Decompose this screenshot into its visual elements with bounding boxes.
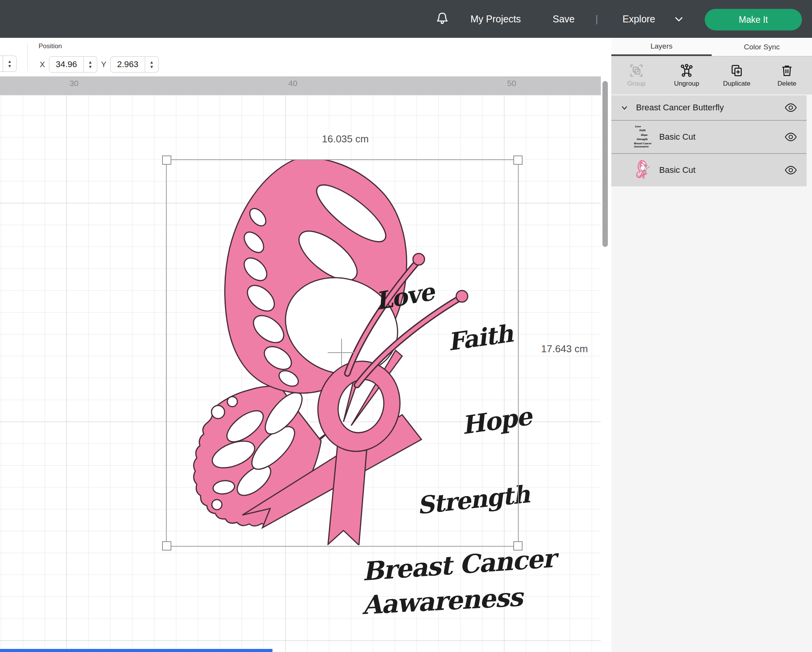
visibility-eye-icon[interactable] (784, 166, 797, 175)
layer-group-title[interactable]: Breast Cancer Butterfly (636, 103, 784, 113)
selection-height-label: 17.643 cm (539, 343, 590, 355)
visibility-eye-icon[interactable] (784, 132, 797, 142)
word-breast-cancer[interactable]: Breast Cancer (361, 543, 556, 587)
tab-layers[interactable]: Layers (611, 38, 712, 56)
layer-label[interactable]: Basic Cut (659, 165, 784, 175)
stepper-arrows-icon[interactable]: ▲▼ (3, 56, 17, 72)
make-it-button[interactable]: Make It (705, 9, 802, 30)
group-icon (629, 64, 643, 78)
nav-save[interactable]: Save (553, 0, 575, 38)
nav-my-projects[interactable]: My Projects (470, 0, 521, 38)
selection-width-label: 16.035 cm (320, 133, 371, 145)
x-position-input[interactable]: 34.96 ▲▼ (49, 56, 97, 73)
vertical-scrollbar[interactable] (602, 81, 608, 247)
layer-group-row[interactable]: Breast Cancer Butterfly (611, 95, 807, 120)
layers-panel: Layers Color Sync Group (611, 38, 812, 652)
horizontal-ruler: 30 40 50 (0, 76, 601, 95)
partial-stepper-control[interactable]: ▲▼ (0, 56, 17, 72)
layer-actions-toolbar: Group Ungroup Duplicate (611, 57, 812, 95)
x-label: X (40, 60, 45, 69)
duplicate-button[interactable]: Duplicate (712, 57, 762, 95)
visibility-eye-icon[interactable] (784, 103, 797, 112)
canvas-scroll-gutter (601, 76, 611, 652)
nav-divider: | (595, 0, 598, 38)
layer-row-butterfly[interactable]: Basic Cut (611, 153, 807, 186)
layer-row-words[interactable]: Love Faith Hope Strength Breast Cancer A… (611, 120, 807, 153)
ruler-mark-30: 30 (69, 79, 78, 88)
bottom-blue-bar (0, 649, 272, 652)
ungroup-icon (680, 64, 694, 78)
ruler-mark-50: 50 (507, 79, 516, 88)
panel-tab-bar: Layers Color Sync (611, 38, 812, 57)
nav-explore[interactable]: Explore (623, 0, 655, 38)
design-canvas[interactable]: Love Faith Hope Strength Breast Cancer A… (0, 95, 601, 652)
x-value: 34.96 (49, 56, 84, 73)
butterfly-thumbnail (634, 158, 653, 182)
toolbar-divider (27, 43, 28, 71)
edit-toolbar: ▲▼ Position X 34.96 ▲▼ Y 2.963 ▲▼ (0, 38, 611, 76)
duplicate-icon (730, 64, 744, 78)
delete-icon (780, 64, 794, 78)
y-value: 2.963 (110, 56, 145, 73)
x-stepper-icon[interactable]: ▲▼ (84, 56, 97, 73)
tab-color-sync[interactable]: Color Sync (712, 38, 812, 56)
chevron-down-icon[interactable] (673, 0, 685, 38)
selection-bounding-box[interactable] (166, 159, 519, 547)
resize-handle-bottom-right[interactable] (513, 541, 523, 551)
chevron-down-icon[interactable] (620, 103, 629, 112)
word-awareness[interactable]: Aawareness (361, 582, 523, 620)
resize-handle-top-right[interactable] (513, 155, 523, 165)
layer-label[interactable]: Basic Cut (659, 132, 784, 142)
layer-list: Breast Cancer Butterfly Love Faith Hope … (611, 95, 807, 186)
delete-button[interactable]: Delete (762, 57, 812, 95)
resize-handle-top-left[interactable] (162, 155, 171, 165)
resize-handle-bottom-left[interactable] (162, 541, 171, 551)
group-button[interactable]: Group (611, 57, 661, 95)
ruler-mark-40: 40 (288, 79, 297, 88)
ungroup-button[interactable]: Ungroup (661, 57, 712, 95)
y-stepper-icon[interactable]: ▲▼ (145, 56, 159, 73)
words-thumbnail: Love Faith Hope Strength Breast Cancer A… (634, 125, 653, 149)
position-label: Position (39, 42, 62, 50)
notification-bell-icon[interactable] (435, 0, 450, 38)
top-navigation-bar: My Projects Save | Explore Make It (0, 0, 812, 38)
y-label: Y (101, 60, 106, 69)
y-position-input[interactable]: 2.963 ▲▼ (110, 56, 159, 73)
